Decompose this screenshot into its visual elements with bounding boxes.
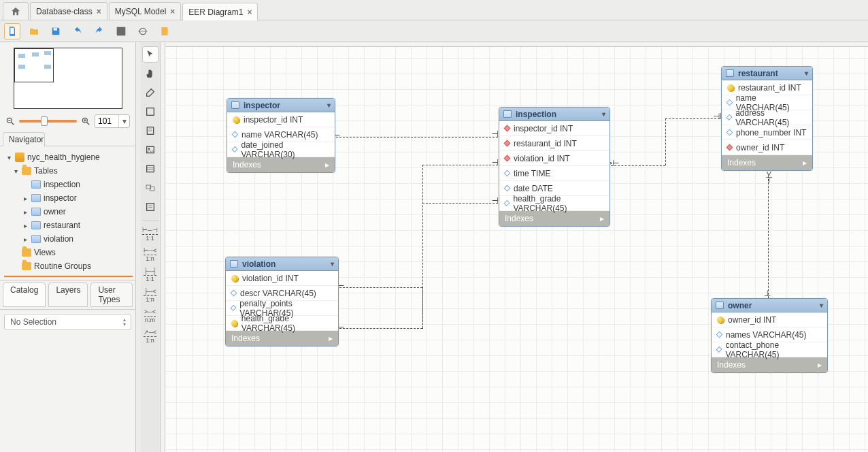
expand-icon[interactable]: ▸ bbox=[22, 222, 29, 229]
relation-1-1-id[interactable]: ├─┤1:1 bbox=[141, 268, 159, 285]
column-row[interactable]: address VARCHAR(45) bbox=[722, 110, 812, 125]
column-row[interactable]: phone_number INT bbox=[722, 125, 812, 140]
expand-icon[interactable]: ▾ bbox=[5, 154, 12, 161]
views-folder[interactable]: Views bbox=[4, 246, 133, 259]
entity-footer[interactable]: Indexes▸ bbox=[722, 155, 812, 170]
redo-button[interactable] bbox=[91, 23, 107, 39]
column-row[interactable]: restaurant_id INT bbox=[499, 136, 610, 151]
entity-header[interactable]: owner ▾ bbox=[712, 299, 827, 312]
collapse-icon[interactable]: ▾ bbox=[602, 110, 605, 118]
schema-root[interactable]: ▾ nyc_health_hygiene bbox=[4, 150, 133, 164]
view-tool[interactable] bbox=[142, 180, 158, 196]
hand-tool[interactable] bbox=[142, 65, 158, 82]
zoom-out-icon[interactable] bbox=[5, 116, 15, 126]
image-tool[interactable] bbox=[142, 142, 158, 158]
tab-database-class[interactable]: Database-class × bbox=[30, 2, 107, 20]
column-row[interactable]: health_grade VARCHAR(45) bbox=[499, 196, 610, 211]
column-row[interactable]: contact_phone VARCHAR(45) bbox=[712, 342, 827, 357]
tab-layers[interactable]: Layers bbox=[48, 282, 88, 307]
align-button[interactable] bbox=[135, 23, 151, 39]
column-row[interactable]: owner_id INT bbox=[712, 312, 827, 327]
entity-inspection[interactable]: inspection ▾ inspector_id INT restaurant… bbox=[499, 107, 610, 227]
new-file-button[interactable] bbox=[4, 23, 20, 39]
column-row[interactable]: time TIME bbox=[499, 166, 610, 181]
relation-1-n-id[interactable]: ├─<1:n bbox=[141, 288, 159, 306]
expand-icon[interactable]: ▸ bbox=[22, 195, 29, 202]
undo-button[interactable] bbox=[69, 23, 86, 39]
collapse-icon[interactable]: ▾ bbox=[805, 69, 808, 77]
entity-header[interactable]: inspection ▾ bbox=[499, 108, 610, 121]
collapse-icon[interactable]: ▾ bbox=[327, 101, 331, 109]
column-row[interactable]: date_joined VARCHAR(30) bbox=[227, 142, 335, 157]
entity-header[interactable]: restaurant ▾ bbox=[722, 67, 812, 80]
close-icon[interactable]: × bbox=[170, 7, 175, 16]
entity-header[interactable]: violation ▾ bbox=[226, 257, 338, 271]
column-row[interactable]: inspector_id INT bbox=[499, 121, 610, 136]
eraser-tool[interactable] bbox=[142, 84, 158, 101]
pointer-tool[interactable] bbox=[142, 46, 158, 63]
relation-1-1-nonid[interactable]: ⊢─⊣1:1 bbox=[141, 227, 159, 244]
entity-restaurant[interactable]: restaurant ▾ restaurant_id INT name VARC… bbox=[721, 66, 813, 171]
entity-footer[interactable]: Indexes▸ bbox=[227, 157, 335, 172]
zoom-thumb[interactable] bbox=[41, 116, 48, 126]
table-item-inspection[interactable]: inspection bbox=[4, 178, 133, 191]
tab-user-types[interactable]: User Types bbox=[90, 282, 133, 307]
expand-icon[interactable]: ▾ bbox=[12, 167, 19, 175]
entity-footer[interactable]: Indexes▸ bbox=[499, 211, 610, 226]
entity-footer[interactable]: Indexes▸ bbox=[226, 331, 338, 346]
selection-combo[interactable]: No Selection ▴▾ bbox=[4, 314, 131, 330]
expand-icon[interactable]: ▸ bbox=[22, 208, 29, 216]
collapse-icon[interactable]: ▾ bbox=[820, 302, 823, 309]
column-row[interactable]: violation_id INT bbox=[226, 271, 338, 286]
close-icon[interactable]: × bbox=[247, 7, 252, 17]
zoom-input[interactable] bbox=[95, 115, 118, 127]
zoom-slider[interactable] bbox=[19, 120, 77, 123]
table-item-owner[interactable]: ▸ owner bbox=[4, 205, 133, 219]
column-row[interactable]: health_grade VARCHAR(45) bbox=[226, 316, 338, 331]
panel-divider bbox=[4, 276, 133, 277]
minimap[interactable] bbox=[14, 48, 122, 109]
layer-tool[interactable] bbox=[142, 103, 158, 120]
schema-name: nyc_health_hygiene bbox=[27, 152, 100, 162]
routines-folder[interactable]: Routine Groups bbox=[4, 259, 133, 273]
close-icon[interactable]: × bbox=[97, 7, 101, 16]
fk-icon bbox=[727, 144, 733, 151]
relation-1-n-nonid[interactable]: ⊢─<1:n bbox=[141, 247, 159, 265]
entity-owner[interactable]: owner ▾ owner_id INT names VARCHAR(45) c… bbox=[711, 298, 828, 373]
relation-n-m[interactable]: >─<n:m bbox=[141, 308, 159, 326]
table-item-violation[interactable]: ▸ violation bbox=[4, 232, 133, 246]
zoom-in-icon[interactable] bbox=[81, 116, 90, 126]
column-row[interactable]: inspector_id INT bbox=[227, 112, 335, 127]
note-button[interactable] bbox=[156, 23, 173, 39]
open-file-button[interactable] bbox=[26, 23, 42, 39]
relation-existing[interactable]: ↗─<1:n bbox=[141, 329, 159, 346]
collapse-icon[interactable]: ▾ bbox=[331, 260, 334, 268]
routine-tool[interactable] bbox=[142, 199, 158, 215]
zoom-dropdown[interactable]: ▾ bbox=[118, 115, 129, 127]
entity-footer[interactable]: Indexes▸ bbox=[712, 357, 827, 372]
column-row[interactable]: owner_id INT bbox=[722, 140, 812, 155]
table-icon bbox=[31, 235, 41, 243]
svg-rect-20 bbox=[146, 204, 154, 211]
grid-toggle-button[interactable] bbox=[113, 23, 129, 39]
footer-label: Indexes bbox=[233, 160, 261, 170]
attr-icon bbox=[231, 290, 237, 297]
table-tool[interactable] bbox=[142, 161, 158, 177]
column-row[interactable]: violation_id INT bbox=[499, 151, 610, 166]
diagram-canvas[interactable]: ⊢ >⊢ ⊢ ⊢ >⊢ >⊢ >⊢ ⊣⊢ >⊢ ⊥ inspector ▾ in… bbox=[161, 42, 868, 452]
tables-folder[interactable]: ▾ Tables bbox=[4, 164, 133, 178]
note-tool[interactable] bbox=[142, 123, 158, 139]
save-button[interactable] bbox=[48, 23, 64, 39]
table-item-restaurant[interactable]: ▸ restaurant bbox=[4, 219, 133, 232]
tab-eer-diagram[interactable]: EER Diagram1 × bbox=[182, 3, 258, 20]
tab-catalog[interactable]: Catalog bbox=[3, 282, 46, 307]
navigator-tab[interactable]: Navigator bbox=[3, 132, 45, 146]
tab-home[interactable] bbox=[3, 2, 29, 20]
relation-line bbox=[339, 328, 422, 329]
tab-mysql-model[interactable]: MySQL Model × bbox=[109, 2, 182, 20]
entity-header[interactable]: inspector ▾ bbox=[227, 99, 335, 112]
entity-violation[interactable]: violation ▾ violation_id INT descr VARCH… bbox=[225, 257, 339, 346]
table-item-inspector[interactable]: ▸ inspector bbox=[4, 191, 133, 205]
expand-icon[interactable]: ▸ bbox=[22, 236, 29, 243]
entity-inspector[interactable]: inspector ▾ inspector_id INT name VARCHA… bbox=[227, 98, 335, 173]
